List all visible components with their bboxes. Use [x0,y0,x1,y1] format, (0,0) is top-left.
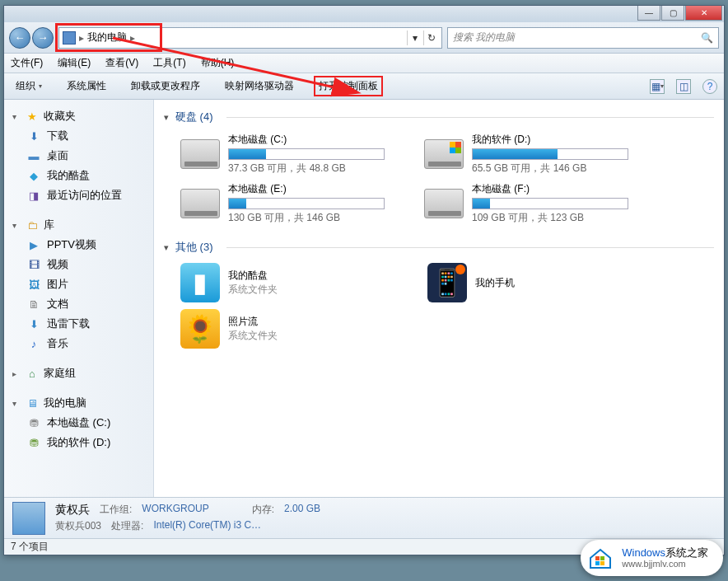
sidebar-computer-header[interactable]: ▾🖥我的电脑 [4,393,153,413]
other-item[interactable]: ▮我的酷盘系统文件夹 [180,263,378,302]
sidebar-homegroup-header[interactable]: ▸⌂家庭组 [4,363,153,383]
uninstall-programs-button[interactable]: 卸载或更改程序 [126,76,205,96]
chevron-down-icon: ▾ [12,221,21,230]
desktop-icon: ▬ [27,149,40,162]
drive-info: 本地磁盘 (C:)37.3 GB 可用，共 48.8 GB [228,133,411,176]
sidebar-item-desktop[interactable]: ▬桌面 [4,146,153,166]
memory-value: 2.00 GB [284,503,320,518]
drive-item[interactable]: 本地磁盘 (F:)109 GB 可用，共 123 GB [424,182,655,225]
sidebar-item-drive-c[interactable]: ⛃本地磁盘 (C:) [4,413,153,433]
sidebar-item-recent[interactable]: ◨最近访问的位置 [4,185,153,205]
explorer-window: — ▢ ✕ ← → ▸ 我的电脑 ▸ ▾ ↻ 搜索 我的电脑 🔍 文件(F) 编… [3,5,725,555]
watermark-url: www.bjjmlv.com [622,559,708,569]
refresh-button[interactable]: ↻ [423,30,438,45]
hdd-icon [424,139,464,169]
other-item[interactable]: 📱我的手机 [427,263,625,302]
sidebar-item-music[interactable]: ♪音乐 [4,334,153,354]
chevron-down-icon: ▾ [164,112,169,123]
address-dropdown-icon[interactable]: ▾ [407,30,422,45]
sidebar-item-pptv[interactable]: ▶PPTV视频 [4,235,153,255]
sidebar-libraries-header[interactable]: ▾🗀库 [4,215,153,235]
sidebar-label: 收藏夹 [44,109,76,124]
open-control-panel-button[interactable]: 打开控制面板 [314,76,383,96]
workgroup-value: WORKGROUP [142,503,208,518]
path-separator-icon: ▸ [79,32,84,44]
help-button[interactable]: ? [702,79,717,94]
system-properties-button[interactable]: 系统属性 [62,76,111,96]
close-button[interactable]: ✕ [685,6,722,21]
sidebar-computer-group: ▾🖥我的电脑 ⛃本地磁盘 (C:) ⛃我的软件 (D:) [4,393,153,452]
forward-button[interactable]: → [32,27,54,49]
cpu-label: 处理器: [111,519,143,533]
address-text: 我的电脑 [87,30,127,45]
drive-stats: 109 GB 可用，共 123 GB [472,211,655,225]
drive-name: 本地磁盘 (E:) [228,182,411,196]
picture-icon: 🖼 [27,278,40,291]
chevron-down-icon: ▾ [39,82,42,90]
folder-icon: ▮ [180,263,220,302]
maximize-button[interactable]: ▢ [661,6,684,21]
menu-edit[interactable]: 编辑(E) [58,56,91,70]
sidebar-libraries-group: ▾🗀库 ▶PPTV视频 🎞视频 🖼图片 🗎文档 ⬇迅雷下载 ♪音乐 [4,215,153,354]
drive-info: 我的软件 (D:)65.5 GB 可用，共 146 GB [472,133,655,176]
preview-pane-button[interactable]: ◫ [676,79,691,94]
map-network-drive-button[interactable]: 映射网络驱动器 [220,76,299,96]
workgroup-label: 工作组: [100,503,132,518]
menu-help[interactable]: 帮助(H) [201,56,235,70]
sidebar-item-pictures[interactable]: 🖼图片 [4,274,153,294]
sidebar-label: 桌面 [47,148,68,163]
sidebar-item-drive-d[interactable]: ⛃我的软件 (D:) [4,433,153,452]
hdd-icon [424,189,464,218]
svg-rect-4 [600,561,604,565]
drive-item[interactable]: 本地磁盘 (E:)130 GB 可用，共 146 GB [180,182,411,225]
music-icon: ♪ [27,337,40,350]
computer-icon [63,31,76,45]
others-list: ▮我的酷盘系统文件夹📱我的手机🌻照片流系统文件夹 [164,260,714,358]
recent-icon: ◨ [27,189,40,202]
other-item[interactable]: 🌻照片流系统文件夹 [180,309,378,349]
sidebar-item-cooldisk[interactable]: ◆我的酷盘 [4,166,153,185]
sidebar-item-xunlei[interactable]: ⬇迅雷下载 [4,314,153,334]
sidebar-item-downloads[interactable]: ⬇下载 [4,126,153,146]
drive-name: 我的软件 (D:) [472,133,655,147]
svg-rect-1 [595,556,600,560]
sidebar-label: 我的酷盘 [47,168,90,183]
other-subtitle: 系统文件夹 [228,283,278,297]
category-hdd-header[interactable]: ▾ 硬盘 (4) [164,105,714,129]
sidebar-label: PPTV视频 [47,237,96,252]
drive-usage-bar [472,198,628,209]
cooldisk-icon: ◆ [27,169,40,182]
pptv-icon: ▶ [27,238,40,251]
menu-file[interactable]: 文件(F) [11,56,43,70]
category-other-header[interactable]: ▾ 其他 (3) [164,235,714,260]
drive-stats: 37.3 GB 可用，共 48.8 GB [228,162,411,176]
drive-item[interactable]: 我的软件 (D:)65.5 GB 可用，共 146 GB [424,133,655,176]
menu-tools[interactable]: 工具(T) [153,56,185,70]
drive-item[interactable]: 本地磁盘 (C:)37.3 GB 可用，共 48.8 GB [180,133,411,176]
search-box[interactable]: 搜索 我的电脑 🔍 [447,27,719,49]
drive-info: 本地磁盘 (E:)130 GB 可用，共 146 GB [228,182,411,225]
divider [226,247,715,248]
sidebar-favorites-header[interactable]: ▾★收藏夹 [4,106,153,126]
content-pane: ▾ 硬盘 (4) 本地磁盘 (C:)37.3 GB 可用，共 48.8 GB我的… [154,100,724,497]
minimize-button[interactable]: — [637,6,660,21]
menu-view[interactable]: 查看(V) [105,56,138,70]
other-name: 我的手机 [475,276,515,290]
sidebar-item-documents[interactable]: 🗎文档 [4,294,153,314]
drive-name: 本地磁盘 (F:) [472,182,655,196]
details-pane: 黄权兵 工作组: WORKGROUP 内存: 2.00 GB 黄权兵003 处理… [4,497,724,538]
chevron-down-icon: ▾ [12,112,21,121]
sidebar-label: 文档 [47,297,68,312]
back-button[interactable]: ← [9,27,30,49]
sidebar-favorites-group: ▾★收藏夹 ⬇下载 ▬桌面 ◆我的酷盘 ◨最近访问的位置 [4,106,153,205]
svg-rect-3 [595,561,600,565]
titlebar[interactable]: — ▢ ✕ [4,6,724,22]
organize-button[interactable]: 组织 ▾ [11,76,47,96]
sidebar-item-videos[interactable]: 🎞视频 [4,255,153,274]
watermark-text: Windows系统之家 www.bjjmlv.com [622,547,708,569]
sidebar-label: 本地磁盘 (C:) [47,415,110,430]
xunlei-icon: ⬇ [27,317,40,330]
view-options-button[interactable]: ▦ ▾ [650,79,665,94]
address-bar[interactable]: ▸ 我的电脑 ▸ ▾ ↻ [58,27,442,49]
nav-arrows: ← → [9,27,54,49]
